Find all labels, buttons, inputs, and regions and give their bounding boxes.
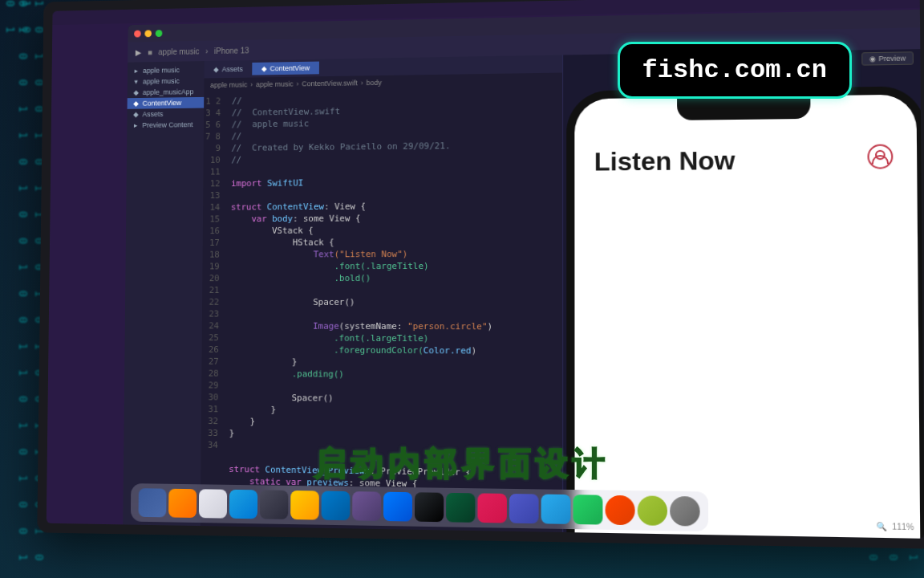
vscode-icon[interactable] [322,491,351,521]
assets-icon: ◆ [132,111,140,119]
video-subtitle: 启动内部界面设计 [314,442,610,486]
scheme-selector[interactable]: apple music [158,47,199,56]
minimize-traffic-light[interactable] [144,30,152,37]
swift-icon: ◆ [132,88,140,96]
close-traffic-light[interactable] [134,30,141,37]
app-icon[interactable] [446,493,475,523]
telegram-icon[interactable] [541,495,571,524]
github-icon[interactable] [415,492,444,522]
tab-assets[interactable]: ◆Assets [204,63,252,76]
breadcrumb-segment[interactable]: apple music [256,80,294,89]
chevron-right-icon: › [361,79,363,87]
eclipse-icon[interactable] [352,491,381,521]
sidebar-folder: ▾apple music [128,75,205,88]
swift-icon: ◆ [261,65,267,73]
preview-zoom[interactable]: 🔍 111% [877,522,914,531]
device-selector[interactable]: iPhone 13 [214,46,249,55]
breadcrumb-segment[interactable]: ContentView.swift [302,79,357,88]
iphone-notch [677,96,810,120]
iphone-screen[interactable]: Listen Now [574,95,921,539]
folder-icon: ▾ [132,78,140,86]
folder-icon: ▸ [132,121,140,129]
teams-icon[interactable] [509,494,539,523]
settings-icon[interactable] [670,496,700,527]
finder-icon[interactable] [139,488,167,517]
watermark-badge: fishc.com.cn [618,42,852,99]
magnify-icon: 🔍 [877,522,887,531]
project-icon: ▸ [132,67,140,75]
app-icon[interactable] [605,495,634,526]
slack-icon[interactable] [477,493,507,523]
sidebar-file-selected: ◆ContentView [128,97,205,109]
line-gutter: 1 2 3 4 5 6 7 8 9 10 11 12 13 14 15 16 1… [201,92,226,527]
zoom-traffic-light[interactable] [156,30,163,37]
swiftui-preview-pane: ◉ Preview Listen Now [562,49,924,539]
swift-icon: ◆ [132,100,140,108]
iphone-frame: Listen Now [566,86,924,539]
tab-contentview[interactable]: ◆ContentView [252,62,319,75]
stop-button[interactable]: ■ [148,47,152,56]
project-navigator[interactable]: ▸apple music ▾apple music ◆apple_musicAp… [123,61,204,526]
listen-now-title: Listen Now [594,144,897,177]
chevron-right-icon: › [250,80,253,88]
preview-button[interactable]: ◉ Preview [862,51,914,65]
assets-icon: ◆ [213,66,219,74]
breadcrumb-segment[interactable]: body [367,79,382,87]
sublime-icon[interactable] [290,490,319,520]
xcode-icon[interactable] [383,492,412,522]
app-icon[interactable] [229,490,257,519]
person-circle-icon[interactable] [867,144,893,169]
notes-icon[interactable] [199,489,227,518]
whatsapp-icon[interactable] [573,495,602,524]
firefox-icon[interactable] [168,489,197,518]
android-icon[interactable] [638,495,667,526]
play-icon: ◉ [869,55,878,63]
sidebar-file: ◆apple_musicApp [128,86,205,98]
breadcrumb-segment[interactable]: apple music [210,81,247,89]
sidebar-preview: ▸Preview Content [127,119,204,131]
run-button[interactable]: ▶ [136,47,142,56]
chevron-right-icon: › [297,80,299,88]
chevron-right-icon: › [205,47,208,55]
terminal-icon[interactable] [260,490,289,519]
sidebar-assets: ◆Assets [127,108,204,120]
